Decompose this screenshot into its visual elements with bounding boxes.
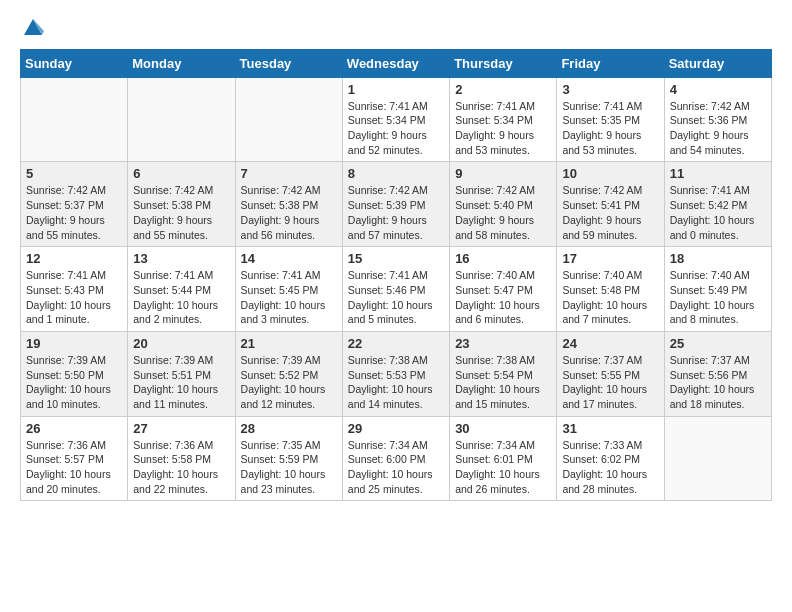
day-number: 10	[562, 166, 658, 181]
day-cell	[235, 77, 342, 162]
day-number: 16	[455, 251, 551, 266]
day-info: Sunrise: 7:40 AM Sunset: 5:48 PM Dayligh…	[562, 268, 658, 327]
day-cell: 27Sunrise: 7:36 AM Sunset: 5:58 PM Dayli…	[128, 416, 235, 501]
weekday-header-sunday: Sunday	[21, 49, 128, 77]
day-info: Sunrise: 7:40 AM Sunset: 5:49 PM Dayligh…	[670, 268, 766, 327]
day-info: Sunrise: 7:41 AM Sunset: 5:42 PM Dayligh…	[670, 183, 766, 242]
calendar: SundayMondayTuesdayWednesdayThursdayFrid…	[20, 49, 772, 502]
day-number: 29	[348, 421, 444, 436]
day-cell: 22Sunrise: 7:38 AM Sunset: 5:53 PM Dayli…	[342, 331, 449, 416]
day-info: Sunrise: 7:35 AM Sunset: 5:59 PM Dayligh…	[241, 438, 337, 497]
day-info: Sunrise: 7:42 AM Sunset: 5:38 PM Dayligh…	[241, 183, 337, 242]
logo-text	[20, 15, 44, 39]
day-number: 5	[26, 166, 122, 181]
weekday-header-wednesday: Wednesday	[342, 49, 449, 77]
day-cell: 26Sunrise: 7:36 AM Sunset: 5:57 PM Dayli…	[21, 416, 128, 501]
day-number: 28	[241, 421, 337, 436]
day-cell: 1Sunrise: 7:41 AM Sunset: 5:34 PM Daylig…	[342, 77, 449, 162]
day-cell: 12Sunrise: 7:41 AM Sunset: 5:43 PM Dayli…	[21, 247, 128, 332]
day-info: Sunrise: 7:42 AM Sunset: 5:40 PM Dayligh…	[455, 183, 551, 242]
logo	[20, 15, 44, 39]
day-info: Sunrise: 7:41 AM Sunset: 5:34 PM Dayligh…	[348, 99, 444, 158]
weekday-header-thursday: Thursday	[450, 49, 557, 77]
day-number: 20	[133, 336, 229, 351]
day-info: Sunrise: 7:41 AM Sunset: 5:44 PM Dayligh…	[133, 268, 229, 327]
day-number: 25	[670, 336, 766, 351]
day-info: Sunrise: 7:41 AM Sunset: 5:34 PM Dayligh…	[455, 99, 551, 158]
day-cell: 8Sunrise: 7:42 AM Sunset: 5:39 PM Daylig…	[342, 162, 449, 247]
day-number: 13	[133, 251, 229, 266]
day-number: 2	[455, 82, 551, 97]
day-cell	[21, 77, 128, 162]
week-row-2: 5Sunrise: 7:42 AM Sunset: 5:37 PM Daylig…	[21, 162, 772, 247]
day-cell	[128, 77, 235, 162]
day-number: 27	[133, 421, 229, 436]
day-info: Sunrise: 7:39 AM Sunset: 5:50 PM Dayligh…	[26, 353, 122, 412]
day-info: Sunrise: 7:40 AM Sunset: 5:47 PM Dayligh…	[455, 268, 551, 327]
day-info: Sunrise: 7:39 AM Sunset: 5:51 PM Dayligh…	[133, 353, 229, 412]
day-cell: 9Sunrise: 7:42 AM Sunset: 5:40 PM Daylig…	[450, 162, 557, 247]
day-info: Sunrise: 7:38 AM Sunset: 5:54 PM Dayligh…	[455, 353, 551, 412]
day-info: Sunrise: 7:42 AM Sunset: 5:36 PM Dayligh…	[670, 99, 766, 158]
day-number: 30	[455, 421, 551, 436]
logo-icon	[22, 17, 44, 39]
day-number: 1	[348, 82, 444, 97]
day-number: 26	[26, 421, 122, 436]
weekday-header-monday: Monday	[128, 49, 235, 77]
day-cell: 4Sunrise: 7:42 AM Sunset: 5:36 PM Daylig…	[664, 77, 771, 162]
header	[20, 15, 772, 39]
week-row-5: 26Sunrise: 7:36 AM Sunset: 5:57 PM Dayli…	[21, 416, 772, 501]
day-info: Sunrise: 7:36 AM Sunset: 5:58 PM Dayligh…	[133, 438, 229, 497]
week-row-1: 1Sunrise: 7:41 AM Sunset: 5:34 PM Daylig…	[21, 77, 772, 162]
day-cell: 16Sunrise: 7:40 AM Sunset: 5:47 PM Dayli…	[450, 247, 557, 332]
day-number: 18	[670, 251, 766, 266]
day-number: 6	[133, 166, 229, 181]
day-number: 24	[562, 336, 658, 351]
day-info: Sunrise: 7:34 AM Sunset: 6:00 PM Dayligh…	[348, 438, 444, 497]
day-number: 23	[455, 336, 551, 351]
day-number: 11	[670, 166, 766, 181]
day-info: Sunrise: 7:36 AM Sunset: 5:57 PM Dayligh…	[26, 438, 122, 497]
day-info: Sunrise: 7:42 AM Sunset: 5:39 PM Dayligh…	[348, 183, 444, 242]
day-info: Sunrise: 7:34 AM Sunset: 6:01 PM Dayligh…	[455, 438, 551, 497]
day-cell: 23Sunrise: 7:38 AM Sunset: 5:54 PM Dayli…	[450, 331, 557, 416]
day-cell: 2Sunrise: 7:41 AM Sunset: 5:34 PM Daylig…	[450, 77, 557, 162]
day-cell: 18Sunrise: 7:40 AM Sunset: 5:49 PM Dayli…	[664, 247, 771, 332]
day-number: 7	[241, 166, 337, 181]
day-number: 22	[348, 336, 444, 351]
day-cell: 7Sunrise: 7:42 AM Sunset: 5:38 PM Daylig…	[235, 162, 342, 247]
day-cell: 29Sunrise: 7:34 AM Sunset: 6:00 PM Dayli…	[342, 416, 449, 501]
day-cell: 5Sunrise: 7:42 AM Sunset: 5:37 PM Daylig…	[21, 162, 128, 247]
day-cell: 19Sunrise: 7:39 AM Sunset: 5:50 PM Dayli…	[21, 331, 128, 416]
day-info: Sunrise: 7:39 AM Sunset: 5:52 PM Dayligh…	[241, 353, 337, 412]
day-cell: 3Sunrise: 7:41 AM Sunset: 5:35 PM Daylig…	[557, 77, 664, 162]
day-cell: 17Sunrise: 7:40 AM Sunset: 5:48 PM Dayli…	[557, 247, 664, 332]
day-info: Sunrise: 7:37 AM Sunset: 5:55 PM Dayligh…	[562, 353, 658, 412]
day-cell: 11Sunrise: 7:41 AM Sunset: 5:42 PM Dayli…	[664, 162, 771, 247]
day-cell: 25Sunrise: 7:37 AM Sunset: 5:56 PM Dayli…	[664, 331, 771, 416]
day-info: Sunrise: 7:38 AM Sunset: 5:53 PM Dayligh…	[348, 353, 444, 412]
week-row-3: 12Sunrise: 7:41 AM Sunset: 5:43 PM Dayli…	[21, 247, 772, 332]
day-cell: 31Sunrise: 7:33 AM Sunset: 6:02 PM Dayli…	[557, 416, 664, 501]
day-cell: 6Sunrise: 7:42 AM Sunset: 5:38 PM Daylig…	[128, 162, 235, 247]
day-number: 3	[562, 82, 658, 97]
day-cell: 28Sunrise: 7:35 AM Sunset: 5:59 PM Dayli…	[235, 416, 342, 501]
day-number: 21	[241, 336, 337, 351]
day-number: 17	[562, 251, 658, 266]
weekday-header-tuesday: Tuesday	[235, 49, 342, 77]
day-cell: 14Sunrise: 7:41 AM Sunset: 5:45 PM Dayli…	[235, 247, 342, 332]
day-info: Sunrise: 7:41 AM Sunset: 5:46 PM Dayligh…	[348, 268, 444, 327]
day-number: 31	[562, 421, 658, 436]
day-number: 4	[670, 82, 766, 97]
weekday-header-friday: Friday	[557, 49, 664, 77]
day-cell: 13Sunrise: 7:41 AM Sunset: 5:44 PM Dayli…	[128, 247, 235, 332]
day-number: 12	[26, 251, 122, 266]
day-cell: 10Sunrise: 7:42 AM Sunset: 5:41 PM Dayli…	[557, 162, 664, 247]
day-info: Sunrise: 7:37 AM Sunset: 5:56 PM Dayligh…	[670, 353, 766, 412]
day-info: Sunrise: 7:41 AM Sunset: 5:35 PM Dayligh…	[562, 99, 658, 158]
day-info: Sunrise: 7:42 AM Sunset: 5:37 PM Dayligh…	[26, 183, 122, 242]
day-number: 19	[26, 336, 122, 351]
day-cell: 24Sunrise: 7:37 AM Sunset: 5:55 PM Dayli…	[557, 331, 664, 416]
day-info: Sunrise: 7:42 AM Sunset: 5:41 PM Dayligh…	[562, 183, 658, 242]
weekday-header-row: SundayMondayTuesdayWednesdayThursdayFrid…	[21, 49, 772, 77]
